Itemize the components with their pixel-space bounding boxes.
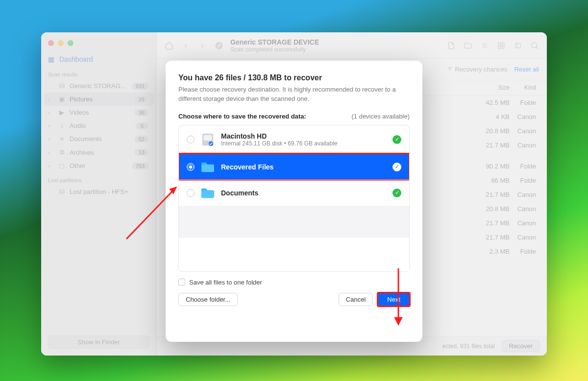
checkmark-icon: ✓: [392, 189, 401, 197]
svg-rect-8: [515, 43, 521, 48]
sidebar-item-lost-partition[interactable]: › Lost partition - HFS+: [44, 185, 153, 198]
destination-empty-slot: [179, 238, 409, 271]
recovery-destination-modal: You have 26 files / 130.8 MB to recover …: [166, 61, 422, 342]
recover-button[interactable]: Recover: [502, 340, 540, 352]
window-controls: [41, 37, 156, 52]
show-in-finder-button[interactable]: Show in Finder: [48, 335, 149, 349]
destination-recovered-files[interactable]: Recovered Files ✓: [179, 154, 409, 180]
checkmark-icon: ✓: [392, 163, 401, 171]
cell-kind: Canon: [510, 127, 539, 135]
cell-size: 21.7 MB: [456, 191, 510, 198]
cell-kind: Canon: [510, 205, 539, 213]
destination-name: Macintosh HD: [221, 132, 338, 140]
next-button[interactable]: Next: [378, 293, 410, 306]
forward-icon[interactable]: ›: [197, 40, 208, 51]
svg-point-10: [532, 43, 537, 48]
status-check-icon: [214, 40, 224, 51]
cell-size: 21.7 MB: [456, 234, 510, 241]
cancel-button[interactable]: Cancel: [339, 293, 373, 306]
destination-name: Recovered Files: [221, 163, 273, 171]
sidebar-item-label: Audio: [70, 122, 132, 129]
chevron-right-icon: ›: [48, 162, 54, 169]
sidebar-item-label: Other: [70, 162, 128, 169]
cell-kind: Canon: [510, 113, 539, 120]
radio-checked-icon[interactable]: [187, 163, 195, 171]
other-icon: [58, 162, 66, 169]
sidebar-item-dashboard[interactable]: Dashboard: [41, 52, 156, 67]
sidebar-item-documents[interactable]: › Documents 52: [44, 132, 153, 145]
cell-kind: Folde: [510, 163, 539, 170]
count-badge: 793: [132, 163, 148, 169]
selection-summary: ected, 931 files total: [442, 343, 495, 350]
page-title: Generic STORAGE DEVICE: [230, 38, 319, 46]
page-subtitle: Scan completed successfully: [230, 46, 319, 53]
svg-rect-7: [502, 46, 504, 48]
choose-folder-button[interactable]: Choose folder...: [178, 293, 238, 306]
column-kind[interactable]: Kind: [510, 84, 539, 91]
folder-icon[interactable]: [463, 40, 473, 51]
svg-rect-5: [502, 43, 504, 45]
list-view-icon[interactable]: [479, 40, 490, 51]
home-icon[interactable]: [164, 40, 174, 51]
cell-kind: Canon: [510, 191, 539, 198]
cell-size: 86 MB: [456, 177, 510, 184]
destination-macintosh-hd[interactable]: Macintosh HD Internal 245.11 GB disk • 6…: [179, 125, 409, 154]
sidebar-item-pictures[interactable]: › Pictures 29: [44, 93, 153, 106]
search-icon[interactable]: [529, 40, 540, 51]
new-file-icon[interactable]: [446, 40, 457, 51]
back-icon[interactable]: ‹: [180, 40, 191, 51]
archives-icon: [58, 148, 66, 156]
sidebar-item-audio[interactable]: › Audio 6: [44, 119, 153, 132]
videos-icon: [58, 109, 66, 116]
destination-documents[interactable]: Documents ✓: [179, 180, 409, 206]
sidebar-section-scan-results: Scan results: [41, 67, 156, 79]
checkmark-icon: ✓: [392, 135, 401, 144]
cell-size: 20.8 MB: [456, 127, 510, 135]
sidebar-item-label: Documents: [70, 135, 131, 143]
svg-rect-18: [201, 165, 214, 172]
sidebar-item-label: Lost partition - HFS+: [70, 188, 148, 195]
close-window-button[interactable]: [48, 40, 54, 46]
devices-available-label: (1 devices available): [351, 113, 410, 120]
count-badge: 38: [135, 109, 148, 116]
chevron-right-icon: ›: [48, 135, 54, 143]
cell-kind: Canon: [510, 142, 539, 149]
sidebar-item-label: Videos: [70, 109, 131, 116]
radio-unchecked-icon[interactable]: [187, 136, 195, 143]
column-size[interactable]: Size: [456, 84, 510, 91]
cell-size: 42.5 MB: [456, 99, 510, 106]
pictures-icon: [58, 95, 66, 103]
folder-icon: [200, 187, 215, 199]
radio-unchecked-icon[interactable]: [187, 189, 195, 197]
sidebar-item-videos[interactable]: › Videos 38: [44, 106, 153, 119]
documents-icon: [58, 135, 66, 143]
sidebar-toggle-icon[interactable]: [513, 40, 523, 51]
modal-description: Please choose recovery destination. It i…: [178, 85, 410, 104]
cell-size: 90.2 MB: [456, 163, 510, 170]
destination-list: Macintosh HD Internal 245.11 GB disk • 6…: [178, 125, 410, 272]
grid-view-icon[interactable]: [496, 40, 507, 51]
svg-rect-16: [204, 135, 212, 140]
sidebar: Dashboard Scan results › Generic STORAG.…: [41, 32, 157, 356]
folder-icon: [200, 161, 215, 173]
cell-size: 21.7 MB: [456, 219, 510, 227]
cell-size: 4 KB: [456, 113, 510, 120]
dashboard-label: Dashboard: [59, 55, 93, 63]
zoom-window-button[interactable]: [68, 40, 74, 46]
save-all-checkbox-row[interactable]: Save all files to one folder: [178, 279, 410, 286]
sidebar-item-other[interactable]: › Other 793: [44, 159, 153, 172]
audio-icon: [58, 122, 66, 129]
reset-all-button[interactable]: Reset all: [514, 66, 539, 73]
sidebar-item-archives[interactable]: › Archives 13: [44, 145, 153, 159]
svg-rect-4: [498, 43, 501, 45]
count-badge: 6: [136, 122, 148, 129]
drive-icon: [58, 188, 66, 195]
destination-sub: Internal 245.11 GB disk • 69.76 GB avail…: [221, 140, 338, 147]
checkbox-unchecked-icon[interactable]: [178, 279, 185, 286]
sidebar-item-device[interactable]: › Generic STORAG... 931: [44, 79, 153, 93]
recovery-chances-filter[interactable]: Recovery chances: [446, 66, 508, 73]
svg-line-11: [536, 47, 538, 48]
sidebar-section-lost: Lost partitions: [41, 172, 156, 185]
minimize-window-button[interactable]: [58, 40, 64, 46]
svg-rect-19: [201, 190, 214, 198]
